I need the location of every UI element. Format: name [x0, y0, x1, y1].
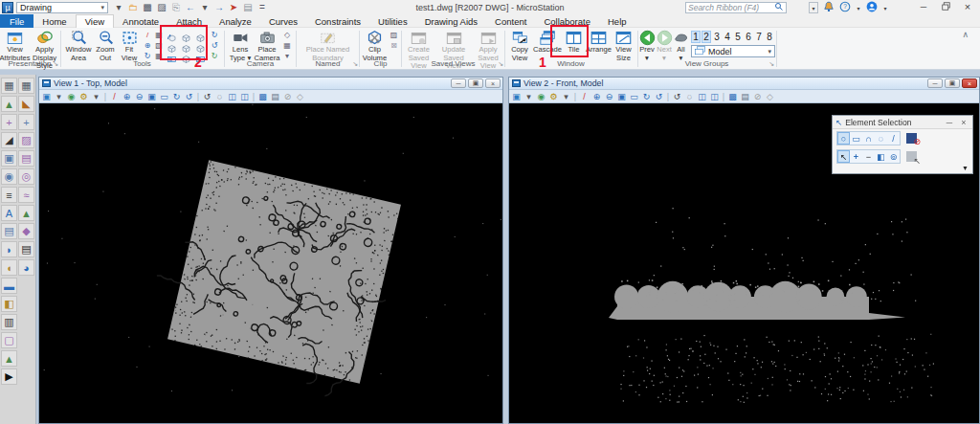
- update-saved-view-settings-button[interactable]: Update Saved View Settings: [435, 29, 473, 59]
- paste-icon[interactable]: ⎘: [170, 2, 182, 13]
- dialog-launcher-icon[interactable]: ↘: [768, 59, 774, 69]
- view-tool-icon[interactable]: ◫: [227, 91, 237, 101]
- left-tool-icon[interactable]: ▲: [18, 205, 34, 221]
- view1-content[interactable]: [39, 103, 502, 423]
- save-icon[interactable]: ▩: [142, 2, 153, 13]
- left-tool-icon[interactable]: ▦: [18, 78, 34, 94]
- view-tool-icon[interactable]: ◫: [239, 91, 250, 101]
- circle-method-button[interactable]: ◌: [875, 132, 887, 145]
- left-tool-icon[interactable]: ◧: [1, 296, 17, 312]
- all-views-button[interactable]: All▾: [673, 29, 689, 59]
- left-tool-icon[interactable]: ◖: [1, 259, 17, 276]
- left-tool-icon[interactable]: ▦: [1, 78, 17, 94]
- next-view-group-button[interactable]: Next▾: [656, 29, 673, 59]
- dialog-launcher-icon[interactable]: ↘: [352, 59, 358, 69]
- sync-view-icon[interactable]: ↺: [209, 40, 220, 51]
- shape-method-button[interactable]: ∩: [862, 132, 875, 145]
- close-button[interactable]: ×: [961, 1, 974, 11]
- view-toggle-7[interactable]: 7: [754, 31, 764, 43]
- view-toggle-6[interactable]: 6: [744, 31, 753, 43]
- dialog-minimize-icon[interactable]: ─: [944, 118, 955, 127]
- zoom-in-icon[interactable]: ⊕: [142, 40, 153, 51]
- left-tool-icon[interactable]: ▤: [18, 150, 34, 167]
- user-dropdown-icon[interactable]: ▾: [882, 3, 888, 13]
- view-tool-icon[interactable]: ◉: [66, 91, 77, 101]
- view2-minimize-button[interactable]: ─: [927, 78, 943, 88]
- view-tool-icon[interactable]: /: [579, 91, 590, 101]
- view-tool-icon[interactable]: ⚙: [78, 91, 89, 101]
- view-tool-icon[interactable]: ▾: [523, 91, 534, 101]
- tab-analyze[interactable]: Analyze: [211, 14, 260, 28]
- view2-close-button[interactable]: ×: [962, 78, 977, 88]
- element-selection-dialog[interactable]: ↖ Element Selection ─ × ○ ▭ ∩ ◌ / ⊘ ↖ + …: [832, 115, 973, 174]
- select-all-button[interactable]: ⊚: [887, 150, 900, 163]
- invert-selection-button[interactable]: ◧: [875, 150, 887, 163]
- view-tool-icon[interactable]: ↺: [672, 91, 682, 101]
- tab-constraints[interactable]: Constraints: [306, 14, 369, 28]
- tab-view[interactable]: View: [76, 14, 114, 28]
- left-tool-icon[interactable]: ▢: [1, 332, 17, 348]
- view-tool-icon[interactable]: ◇: [295, 91, 305, 101]
- view-group-selector[interactable]: Model ▾: [691, 45, 775, 57]
- left-tool-icon[interactable]: ▲: [1, 96, 17, 112]
- left-tool-icon[interactable]: ◎: [18, 168, 34, 185]
- left-tool-icon[interactable]: ▲: [1, 350, 17, 367]
- dialog-close-icon[interactable]: ×: [958, 118, 969, 127]
- view-tool-icon[interactable]: ↺: [202, 91, 212, 101]
- view-toggle-3[interactable]: 3: [712, 31, 722, 43]
- view1-close-button[interactable]: ×: [485, 78, 501, 88]
- tab-content[interactable]: Content: [486, 14, 535, 28]
- left-tool-icon[interactable]: A: [1, 205, 17, 221]
- create-saved-view-button[interactable]: Create Saved View: [403, 29, 435, 59]
- view-tool-icon[interactable]: ▣: [41, 91, 52, 101]
- view1-maximize-button[interactable]: ▣: [468, 78, 483, 88]
- view-tool-icon[interactable]: ▭: [629, 91, 639, 101]
- left-tool-icon[interactable]: ◆: [18, 223, 34, 239]
- view-toggle-5[interactable]: 5: [733, 31, 743, 43]
- left-tool-icon[interactable]: ◢: [1, 132, 17, 148]
- view-toggle-1[interactable]: 1: [691, 31, 701, 43]
- camera-view-icon[interactable]: ▦: [281, 40, 293, 51]
- view-tool-icon[interactable]: ◌: [684, 91, 695, 101]
- view-tool-icon[interactable]: ⊕: [122, 91, 132, 101]
- add-selection-button[interactable]: +: [850, 150, 862, 163]
- workflow-selector[interactable]: Drawing ▾: [16, 2, 108, 13]
- view-tool-icon[interactable]: ◇: [765, 91, 775, 101]
- caret-down-icon[interactable]: ▾: [199, 2, 211, 13]
- subtract-selection-button[interactable]: −: [862, 150, 875, 163]
- view-tool-icon[interactable]: ◫: [697, 91, 707, 101]
- view-tool-icon[interactable]: ▩: [257, 91, 268, 101]
- pin-icon[interactable]: ➤: [228, 2, 239, 13]
- restore-button[interactable]: [939, 1, 952, 11]
- view-toggle-4[interactable]: 4: [723, 31, 732, 43]
- help-icon[interactable]: ?: [839, 1, 851, 14]
- new-view-icon[interactable]: ▾: [113, 2, 124, 13]
- view-tool-icon[interactable]: ▤: [270, 91, 280, 101]
- ribbon-search-input[interactable]: Search Ribbon (F4): [685, 2, 787, 13]
- left-tool-icon[interactable]: ▥: [1, 314, 17, 330]
- arrange-button[interactable]: Arrange: [587, 29, 612, 59]
- left-tool-icon[interactable]: ▬: [1, 278, 17, 294]
- save-settings-icon[interactable]: ▨: [156, 2, 167, 13]
- view-tool-icon[interactable]: ⊘: [752, 91, 763, 101]
- options-icon[interactable]: =: [256, 2, 268, 13]
- apply-display-style-button[interactable]: Apply Display Style: [30, 29, 59, 59]
- view-tool-icon[interactable]: ◌: [214, 91, 225, 101]
- search-icon[interactable]: [774, 2, 784, 13]
- undo-icon[interactable]: ←: [185, 2, 196, 13]
- left-tool-icon[interactable]: ◗: [1, 241, 17, 257]
- individual-method-button[interactable]: ○: [837, 132, 850, 145]
- view-attributes-button[interactable]: View Attributes: [0, 29, 30, 59]
- view-size-button[interactable]: View Size: [612, 29, 636, 59]
- clear-selection-button[interactable]: ⊘: [906, 133, 917, 144]
- window-area-button[interactable]: Window Area: [64, 29, 93, 59]
- line-method-button[interactable]: /: [887, 132, 900, 145]
- place-named-boundary-button[interactable]: Place Named Boundary: [301, 29, 356, 59]
- view-tool-icon[interactable]: /: [109, 91, 120, 101]
- clip-delete-icon[interactable]: ⊠: [389, 40, 400, 51]
- left-tool-icon[interactable]: ▤: [1, 223, 17, 239]
- tab-help[interactable]: Help: [599, 14, 635, 28]
- fit-view-button[interactable]: Fit View: [118, 29, 141, 59]
- element-selection-titlebar[interactable]: ↖ Element Selection ─ ×: [833, 116, 972, 129]
- left-tool-icon[interactable]: ▨: [18, 132, 34, 148]
